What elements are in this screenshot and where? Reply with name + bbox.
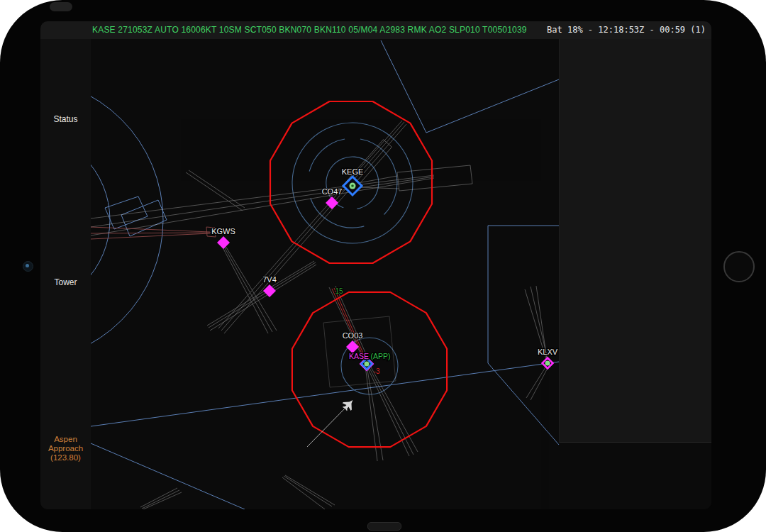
airport-label: CO47 (322, 187, 343, 196)
airway-lines (91, 40, 559, 509)
red-ring-kase (292, 292, 447, 447)
connector-port (367, 522, 401, 531)
app-screen: KASE 271053Z AUTO 16006KT 10SM SCT050 BK… (40, 21, 711, 509)
metar-text[interactable]: KASE 271053Z AUTO 16006KT 10SM SCT050 BK… (92, 21, 527, 39)
runway-centerline-wedges (91, 121, 548, 509)
top-status-bar: KASE 271053Z AUTO 16006KT 10SM SCT050 BK… (40, 21, 711, 40)
battery-time-status: Bat 18% - 12:18:53Z - 00:59 (1) (547, 21, 706, 39)
airport-marker-co03[interactable]: CO03 (343, 331, 363, 353)
airport-marker-7v4[interactable]: 7V4 (262, 275, 277, 297)
airport-label: KEGE (342, 167, 364, 176)
airport-label: KGWS (211, 227, 235, 235)
kase-altitude-value: -3 (374, 367, 380, 375)
airport-marker-kege[interactable]: KEGE (342, 167, 364, 195)
home-button (723, 251, 755, 282)
aspen-approach-frequency: (123.80) (40, 453, 91, 462)
tablet-bezel: KASE 271053Z AUTO 16006KT 10SM SCT050 BK… (0, 0, 766, 532)
tablet-photo: KASE 271053Z AUTO 16006KT 10SM SCT050 BK… (0, 0, 766, 532)
aspen-approach-line2: Approach (40, 444, 91, 453)
airport-label: CO03 (343, 331, 363, 340)
volume-button (50, 2, 72, 11)
right-panel (559, 39, 711, 443)
sidebar-item-tower[interactable]: Tower (40, 277, 91, 287)
airport-green-dot-icon (365, 362, 370, 367)
camera-lens-icon (26, 264, 29, 267)
private-airport-diamond-icon (217, 236, 230, 249)
sidebar-item-status[interactable]: Status (40, 114, 91, 124)
airport-marker-klxv[interactable]: KLXV (538, 348, 558, 369)
airport-label: KLXV (538, 348, 558, 356)
airport-marker-kgws[interactable]: KGWS (211, 227, 235, 249)
sidebar-item-aspen-approach[interactable]: Aspen Approach (123.80) (40, 435, 91, 462)
kase-label: KASE (349, 352, 369, 360)
camera-icon (23, 261, 33, 272)
private-airport-diamond-icon (326, 196, 338, 209)
sidebar: Status Tower Aspen Approach (123.80) (40, 39, 91, 509)
airport-green-dot-icon (545, 361, 550, 366)
runway-15-heading-label: 15 (335, 287, 343, 295)
airport-center-dot-icon (351, 184, 354, 187)
aspen-approach-line1: Aspen (40, 435, 91, 444)
airport-label: 7V4 (262, 275, 277, 284)
